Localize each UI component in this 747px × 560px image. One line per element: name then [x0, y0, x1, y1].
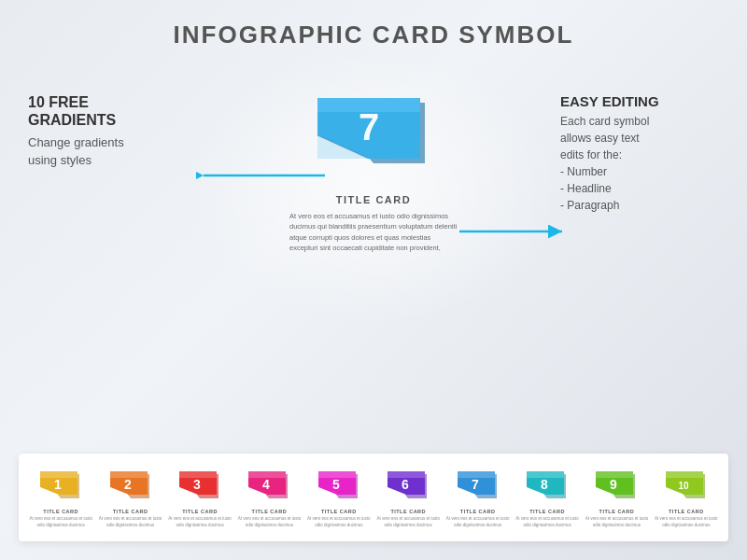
card-item-para-7: At vero eos et accusamus et iusto odio d… [444, 516, 510, 528]
card-item-7: 7 TITLE CARDAt vero eos et accusamus et … [444, 467, 510, 528]
card-item-5: 5 TITLE CARDAt vero eos et accusamus et … [306, 467, 372, 528]
card-item-para-3: At vero eos et accusamus et iusto odio d… [167, 516, 233, 528]
card-item-3: 3 TITLE CARDAt vero eos et accusamus et … [167, 467, 233, 528]
center-card: 7 TITLE CARD At vero eos et accusamus et… [289, 84, 458, 253]
card-badge-2: 2 [107, 467, 154, 506]
svg-text:3: 3 [193, 477, 201, 492]
editing-title: EASY EDITING [560, 93, 728, 109]
card-item-para-6: At vero eos et accusamus et iusto odio d… [375, 516, 441, 528]
card-badge-1: 1 [37, 467, 84, 506]
svg-text:7: 7 [359, 106, 379, 147]
editing-sub: Each card symbolallows easy textedits fo… [560, 113, 728, 214]
svg-text:9: 9 [611, 477, 618, 492]
svg-text:10: 10 [678, 481, 689, 491]
card-item-title-8: TITLE CARD [529, 509, 565, 514]
card-badge-5: 5 [316, 467, 362, 506]
card-item-9: 9 TITLE CARDAt vero eos et accusamus et … [584, 467, 649, 528]
card-item-title-6: TITLE CARD [390, 509, 426, 514]
card-badge-8: 8 [524, 467, 571, 506]
right-section: EASY EDITING Each card symbolallows easy… [560, 93, 728, 214]
card-item-para-10: At vero eos et accusamus et iusto odio d… [654, 516, 719, 528]
card-item-8: 8 TITLE CARDAt vero eos et accusamus et … [514, 467, 580, 528]
gradients-title: 10 FREEGRADIENTS [28, 93, 196, 129]
card-item-title-9: TITLE CARD [599, 509, 635, 514]
card-item-title-10: TITLE CARD [669, 509, 704, 514]
card-paragraph: At vero eos et accusamus et iusto odio d… [289, 211, 458, 253]
card-badge-10: 10 [663, 467, 710, 506]
bottom-strip: 1 TITLE CARDAt vero eos et accusamus et … [19, 454, 728, 541]
svg-text:8: 8 [541, 477, 548, 492]
page-title: INFOGRAPHIC CARD SYMBOL [0, 0, 747, 49]
svg-text:2: 2 [124, 477, 132, 492]
card-item-title-5: TITLE CARD [321, 509, 357, 514]
card-item-title-7: TITLE CARD [460, 509, 496, 514]
svg-text:5: 5 [332, 477, 340, 492]
card-badge-7: 7 [455, 467, 501, 506]
gradients-sub: Change gradientsusing styles [28, 134, 196, 168]
card-item-para-1: At vero eos et accusamus et iusto odio d… [28, 516, 93, 528]
svg-text:4: 4 [263, 477, 271, 492]
card-badge-6: 6 [385, 467, 431, 506]
card-item-6: 6 TITLE CARDAt vero eos et accusamus et … [375, 467, 441, 528]
svg-marker-55 [666, 471, 703, 478]
card-item-para-5: At vero eos et accusamus et iusto odio d… [306, 516, 372, 528]
card-item-para-2: At vero eos et accusamus et iusto odio d… [97, 516, 162, 528]
main-card-symbol: 7 [308, 84, 439, 187]
card-title: TITLE CARD [289, 194, 458, 205]
card-item-title-1: TITLE CARD [43, 509, 78, 514]
svg-text:6: 6 [402, 477, 409, 492]
left-section: 10 FREEGRADIENTS Change gradientsusing s… [28, 93, 196, 169]
card-item-title-4: TITLE CARD [252, 509, 288, 514]
card-item-1: 1 TITLE CARDAt vero eos et accusamus et … [28, 467, 93, 528]
card-badge-9: 9 [593, 467, 640, 506]
arrow-right-icon [458, 222, 570, 241]
card-item-para-4: At vero eos et accusamus et iusto odio d… [236, 516, 302, 528]
card-item-title-2: TITLE CARD [113, 509, 148, 514]
card-badge-4: 4 [246, 467, 292, 506]
card-badge-3: 3 [176, 467, 223, 506]
svg-text:1: 1 [54, 477, 62, 492]
card-item-2: 2 TITLE CARDAt vero eos et accusamus et … [97, 467, 162, 528]
svg-text:7: 7 [472, 477, 479, 492]
card-item-4: 4 TITLE CARDAt vero eos et accusamus et … [236, 467, 302, 528]
card-item-para-8: At vero eos et accusamus et iusto odio d… [514, 516, 580, 528]
card-item-para-9: At vero eos et accusamus et iusto odio d… [584, 516, 649, 528]
card-item-title-3: TITLE CARD [182, 509, 218, 514]
card-item-10: 10 TITLE CARDAt vero eos et accusamus et… [654, 467, 719, 528]
main-container: INFOGRAPHIC CARD SYMBOL 10 FREEGRADIENTS… [0, 0, 747, 560]
